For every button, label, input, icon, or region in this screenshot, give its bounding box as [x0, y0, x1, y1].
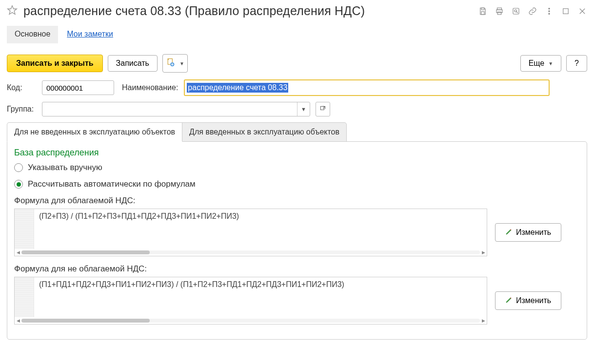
code-input[interactable] — [42, 80, 114, 95]
svg-point-9 — [549, 8, 550, 9]
panel-not-commissioned: База распределения Указывать вручную Рас… — [7, 141, 587, 340]
link-icon[interactable] — [528, 6, 537, 16]
create-from-button[interactable]: ▼ — [162, 54, 188, 73]
formula-vat-text[interactable]: (П2+П3) / (П1+П2+П3+ПД1+ПД2+ПД3+ПИ1+ПИ2+… — [34, 209, 244, 249]
scroll-left-icon[interactable]: ◀ — [16, 318, 20, 323]
page-title: распределение счета 08.33 (Правило распр… — [23, 4, 472, 18]
preview-icon[interactable] — [511, 6, 521, 16]
editor-gutter — [15, 277, 34, 317]
nav-tabs: Основное Мои заметки — [7, 26, 587, 43]
svg-point-10 — [549, 10, 550, 11]
code-label: Код: — [7, 83, 36, 92]
group-row: Группа: ▼ — [7, 102, 587, 116]
favorite-star-icon[interactable] — [7, 5, 18, 17]
save-button[interactable]: Записать — [108, 55, 158, 72]
svg-rect-6 — [513, 8, 519, 14]
tab-not-commissioned[interactable]: Для не введенных в эксплуатацию объектов — [7, 122, 182, 142]
help-button[interactable]: ? — [566, 55, 587, 72]
formula-novat-text[interactable]: (П1+ПД1+ПД2+ПД3+ПИ1+ПИ2+ПИ3) / (П1+П2+П3… — [34, 277, 349, 317]
action-toolbar: Записать и закрыть Записать ▼ Еще ▼ ? — [7, 54, 587, 73]
svg-rect-2 — [481, 11, 484, 14]
close-icon[interactable] — [577, 6, 587, 16]
more-button[interactable]: Еще ▼ — [520, 55, 561, 72]
scroll-track[interactable] — [21, 319, 480, 323]
name-input-selection: распределение счета 08.33 — [187, 83, 288, 93]
svg-line-8 — [516, 11, 518, 13]
titlebar: распределение счета 08.33 (Правило распр… — [7, 4, 587, 18]
maximize-icon[interactable] — [561, 6, 571, 16]
name-input[interactable]: распределение счета 08.33 — [184, 79, 550, 96]
chevron-down-icon: ▼ — [548, 61, 553, 66]
scroll-thumb[interactable] — [21, 319, 150, 323]
edit-button-label: Изменить — [516, 228, 551, 237]
radio-icon — [14, 163, 23, 172]
edit-button-label: Изменить — [516, 296, 551, 305]
formula-novat-box[interactable]: (П1+ПД1+ПД2+ПД3+ПИ1+ПИ2+ПИ3) / (П1+П2+П3… — [14, 277, 487, 325]
formula-vat-label: Формула для облагаемой НДС: — [14, 196, 580, 206]
group-open-button[interactable] — [316, 102, 330, 116]
formula-novat-label: Формула для не облагаемой НДС: — [14, 264, 580, 274]
chevron-down-icon: ▼ — [179, 61, 184, 66]
scroll-left-icon[interactable]: ◀ — [16, 250, 20, 255]
svg-rect-12 — [563, 8, 569, 14]
svg-marker-0 — [8, 6, 17, 14]
document-new-icon — [166, 57, 176, 69]
svg-rect-1 — [481, 8, 484, 10]
radio-auto[interactable]: Рассчитывать автоматически по формулам — [14, 179, 580, 189]
hscrollbar[interactable]: ◀ ▶ — [15, 249, 487, 256]
kebab-menu-icon[interactable] — [544, 6, 554, 16]
formula-vat-box[interactable]: (П2+П3) / (П1+П2+П3+ПД1+ПД2+ПД3+ПИ1+ПИ2+… — [14, 209, 487, 256]
code-name-row: Код: Наименование: распределение счета 0… — [7, 79, 587, 96]
formula-novat-group: (П1+ПД1+ПД2+ПД3+ПИ1+ПИ2+ПИ3) / (П1+П2+П3… — [14, 277, 580, 325]
title-toolbar — [478, 6, 587, 16]
save-icon[interactable] — [478, 6, 488, 16]
edit-novat-formula-button[interactable]: Изменить — [495, 291, 561, 310]
scroll-track[interactable] — [21, 250, 480, 254]
open-external-icon — [319, 105, 326, 114]
tab-my-notes[interactable]: Мои заметки — [59, 26, 121, 43]
edit-vat-formula-button[interactable]: Изменить — [495, 223, 561, 242]
print-icon[interactable] — [495, 6, 504, 16]
scroll-thumb[interactable] — [21, 250, 150, 254]
group-label: Группа: — [7, 105, 36, 114]
group-dropdown-button[interactable]: ▼ — [297, 102, 310, 116]
scroll-right-icon[interactable]: ▶ — [481, 318, 486, 323]
formula-vat-group: (П2+П3) / (П1+П2+П3+ПД1+ПД2+ПД3+ПИ1+ПИ2+… — [14, 209, 580, 256]
scroll-right-icon[interactable]: ▶ — [481, 250, 486, 255]
pencil-icon — [505, 296, 513, 306]
tab-main[interactable]: Основное — [7, 26, 58, 43]
sub-tabs: Для не введенных в эксплуатацию объектов… — [7, 122, 587, 141]
section-title: База распределения — [14, 148, 580, 158]
radio-icon — [14, 180, 23, 189]
name-label: Наименование: — [122, 83, 178, 92]
group-input[interactable]: ▼ — [42, 102, 310, 116]
radio-manual[interactable]: Указывать вручную — [14, 163, 580, 172]
save-and-close-button[interactable]: Записать и закрыть — [7, 55, 103, 72]
svg-point-11 — [549, 13, 550, 14]
pencil-icon — [505, 228, 513, 237]
radio-manual-label: Указывать вручную — [28, 163, 102, 172]
group-input-text[interactable] — [42, 102, 297, 116]
svg-rect-5 — [497, 12, 501, 14]
editor-gutter — [15, 209, 34, 249]
radio-auto-label: Рассчитывать автоматически по формулам — [28, 179, 196, 189]
more-button-label: Еще — [529, 59, 545, 68]
tab-commissioned[interactable]: Для введенных в эксплуатацию объектов — [182, 122, 347, 142]
hscrollbar[interactable]: ◀ ▶ — [15, 317, 487, 324]
